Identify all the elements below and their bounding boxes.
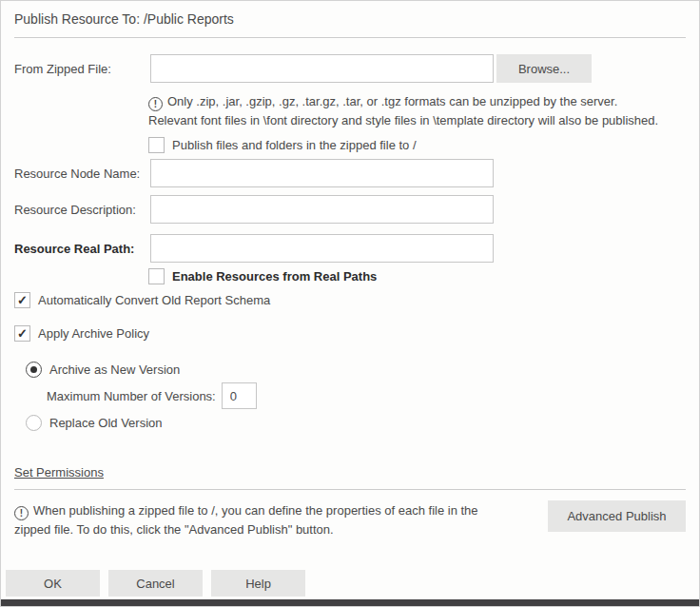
from-zipped-file-input[interactable] bbox=[150, 54, 494, 83]
footer-divider bbox=[14, 489, 686, 490]
max-versions-row: Maximum Number of Versions: bbox=[47, 382, 699, 409]
title-divider bbox=[14, 37, 686, 38]
apply-archive-policy-label: Apply Archive Policy bbox=[38, 326, 149, 341]
archive-new-version-option: Archive as New Version bbox=[26, 362, 699, 378]
bottom-bar bbox=[1, 599, 699, 606]
checkmark-icon: ✓ bbox=[17, 294, 28, 306]
permissions-row: Set Permissions bbox=[14, 465, 686, 480]
publish-to-root-option: Publish files and folders in the zipped … bbox=[148, 137, 699, 153]
zip-format-note: !Only .zip, .jar, .gzip, .gz, .tar.gz, .… bbox=[148, 92, 686, 129]
auto-convert-checkbox[interactable]: ✓ bbox=[14, 292, 30, 308]
set-permissions-link[interactable]: Set Permissions bbox=[14, 465, 104, 480]
max-versions-input[interactable] bbox=[222, 382, 257, 409]
dialog-title-path: /Public Reports bbox=[144, 11, 234, 27]
apply-archive-policy-checkbox[interactable]: ✓ bbox=[14, 325, 30, 342]
cancel-button[interactable]: Cancel bbox=[108, 570, 203, 597]
publish-to-root-checkbox[interactable] bbox=[148, 137, 165, 153]
footer-note-row: !When publishing a zipped file to /, you… bbox=[14, 498, 686, 538]
help-button[interactable]: Help bbox=[211, 570, 305, 597]
from-zipped-file-row: From Zipped File: Browse... bbox=[1, 54, 699, 83]
enable-real-paths-checkbox[interactable] bbox=[148, 268, 165, 284]
apply-archive-policy-option: ✓ Apply Archive Policy bbox=[14, 325, 699, 342]
resource-node-name-label: Resource Node Name: bbox=[14, 159, 150, 182]
publish-to-root-label: Publish files and folders in the zipped … bbox=[172, 138, 417, 152]
footer-note-line2: zipped file. To do this, click the "Adva… bbox=[14, 520, 504, 538]
dialog-title-label: Publish Resource To: bbox=[14, 11, 140, 27]
zip-note-line1-row: !Only .zip, .jar, .gzip, .gz, .tar.gz, .… bbox=[148, 92, 686, 111]
info-icon: ! bbox=[148, 97, 163, 111]
advanced-publish-note: !When publishing a zipped file to /, you… bbox=[14, 498, 504, 538]
checkmark-icon: ✓ bbox=[17, 327, 28, 340]
enable-real-paths-option: Enable Resources from Real Paths bbox=[148, 268, 699, 284]
replace-old-version-label: Replace Old Version bbox=[49, 416, 163, 430]
resource-node-name-row: Resource Node Name: bbox=[1, 159, 699, 187]
footer-note-line1: When publishing a zipped file to /, you … bbox=[33, 503, 478, 518]
auto-convert-label: Automatically Convert Old Report Schema bbox=[38, 293, 270, 307]
resource-node-name-input[interactable] bbox=[150, 159, 494, 187]
replace-old-version-option: Replace Old Version bbox=[26, 415, 699, 431]
replace-old-version-radio[interactable] bbox=[26, 415, 42, 431]
advanced-publish-button[interactable]: Advanced Publish bbox=[548, 500, 686, 532]
from-zipped-file-label: From Zipped File: bbox=[14, 54, 150, 77]
archive-new-version-label: Archive as New Version bbox=[49, 362, 180, 377]
ok-button[interactable]: OK bbox=[6, 570, 100, 597]
info-icon: ! bbox=[14, 506, 29, 520]
archive-new-version-radio[interactable] bbox=[26, 362, 42, 378]
auto-convert-option: ✓ Automatically Convert Old Report Schem… bbox=[14, 292, 699, 308]
action-button-row: OK Cancel Help bbox=[6, 570, 699, 597]
dialog-title: Publish Resource To: /Public Reports bbox=[1, 1, 699, 28]
publish-resource-dialog: Publish Resource To: /Public Reports Fro… bbox=[0, 0, 700, 607]
resource-real-path-input[interactable] bbox=[150, 234, 494, 263]
radio-selected-dot bbox=[30, 366, 37, 373]
max-versions-label: Maximum Number of Versions: bbox=[47, 389, 216, 403]
resource-real-path-label: Resource Real Path: bbox=[14, 234, 150, 257]
browse-button[interactable]: Browse... bbox=[496, 54, 592, 83]
zip-note-line2: Relevant font files in \font directory a… bbox=[148, 111, 686, 129]
resource-description-input[interactable] bbox=[150, 195, 494, 224]
resource-real-path-row: Resource Real Path: bbox=[1, 234, 699, 263]
footer-note-line1-row: !When publishing a zipped file to /, you… bbox=[14, 501, 504, 520]
resource-description-row: Resource Description: bbox=[1, 195, 699, 224]
enable-real-paths-label: Enable Resources from Real Paths bbox=[172, 269, 377, 284]
zip-note-line1: Only .zip, .jar, .gzip, .gz, .tar.gz, .t… bbox=[167, 94, 617, 108]
resource-description-label: Resource Description: bbox=[14, 195, 150, 218]
